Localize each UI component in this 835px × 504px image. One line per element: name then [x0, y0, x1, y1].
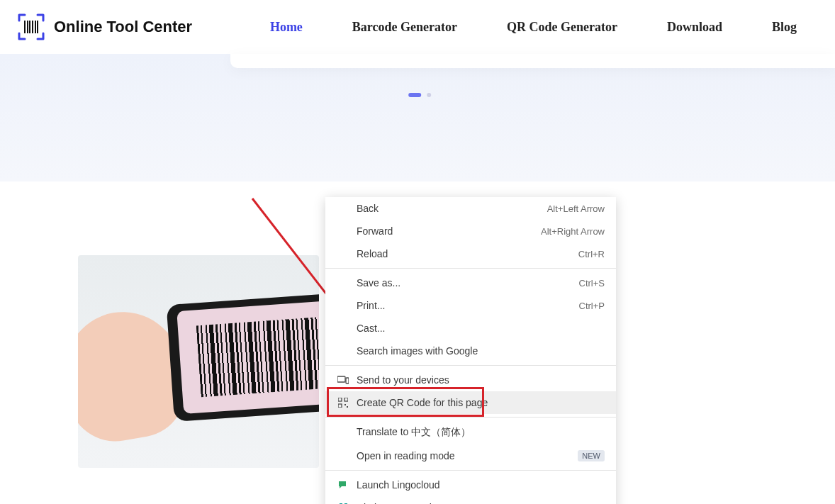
svg-rect-11	[338, 404, 342, 408]
context-menu-label: Cast...	[357, 323, 605, 334]
barcode-logo-icon	[17, 13, 45, 41]
main-nav: Home Barcode Generator QR Code Generator…	[270, 20, 797, 35]
context-menu-item[interactable]: Cast...	[325, 317, 616, 340]
hero-section	[0, 54, 835, 181]
context-menu-label: Search images with Google	[357, 345, 605, 357]
context-menu-item[interactable]: Search images with Google	[325, 340, 616, 362]
carousel-dot-active[interactable]	[408, 93, 421, 97]
context-menu-item[interactable]: NNimbus Screenshot❯	[325, 496, 616, 504]
context-menu-label: Send to your devices	[357, 374, 605, 386]
svg-rect-13	[347, 406, 348, 408]
barcode-icon	[196, 315, 319, 398]
context-menu: BackAlt+Left ArrowForwardAlt+Right Arrow…	[325, 197, 616, 504]
context-menu-item[interactable]: ForwardAlt+Right Arrow	[325, 220, 616, 242]
context-menu-item[interactable]: Create QR Code for this page	[325, 391, 616, 414]
svg-rect-8	[346, 378, 349, 383]
nav-qr-generator[interactable]: QR Code Generator	[507, 20, 617, 35]
context-menu-item[interactable]: BackAlt+Left Arrow	[325, 197, 616, 220]
context-menu-item[interactable]: Open in reading modeNEW	[325, 444, 616, 467]
context-menu-label: Launch Lingocloud	[357, 479, 605, 491]
context-menu-label: Print...	[357, 300, 572, 311]
nav-download[interactable]: Download	[667, 20, 722, 35]
qr-icon	[337, 398, 349, 408]
context-menu-item[interactable]: Save as...Ctrl+S	[325, 271, 616, 294]
context-menu-shortcut: Alt+Left Arrow	[547, 203, 605, 214]
nav-home[interactable]: Home	[270, 20, 303, 35]
context-menu-label: Reload	[357, 248, 571, 259]
svg-rect-10	[344, 398, 348, 401]
nav-barcode-generator[interactable]: Barcode Generator	[352, 20, 457, 35]
hero-card-edge	[230, 54, 835, 68]
context-menu-shortcut: Ctrl+P	[579, 301, 605, 311]
svg-rect-12	[344, 404, 346, 405]
context-menu-label: Open in reading mode	[357, 450, 566, 461]
carousel-dots[interactable]	[408, 93, 431, 97]
context-menu-item[interactable]: Translate to 中文（简体）	[325, 420, 616, 444]
lingo-icon	[337, 481, 349, 490]
carousel-dot[interactable]	[427, 93, 431, 97]
context-menu-shortcut: Ctrl+S	[579, 278, 605, 289]
context-menu-item[interactable]: Send to your devices	[325, 369, 616, 391]
context-menu-shortcut: Ctrl+R	[578, 249, 605, 259]
context-menu-label: Translate to 中文（简体）	[357, 426, 605, 439]
site-header: Online Tool Center Home Barcode Generato…	[0, 0, 835, 54]
context-menu-label: Create QR Code for this page	[357, 397, 605, 408]
new-badge: NEW	[578, 450, 605, 461]
context-menu-label: Save as...	[357, 277, 572, 289]
context-menu-label: Forward	[357, 225, 534, 237]
nav-blog[interactable]: Blog	[772, 20, 797, 35]
feature-image	[78, 255, 319, 468]
logo-text: Online Tool Center	[54, 18, 192, 36]
context-menu-item[interactable]: Launch Lingocloud	[325, 474, 616, 496]
context-menu-label: Back	[357, 203, 540, 214]
devices-icon	[337, 376, 349, 384]
svg-rect-7	[337, 376, 345, 382]
context-menu-item[interactable]: Print...Ctrl+P	[325, 294, 616, 317]
context-menu-item[interactable]: ReloadCtrl+R	[325, 242, 616, 265]
site-logo[interactable]: Online Tool Center	[17, 13, 192, 41]
svg-rect-9	[338, 398, 342, 401]
context-menu-shortcut: Alt+Right Arrow	[541, 226, 605, 237]
